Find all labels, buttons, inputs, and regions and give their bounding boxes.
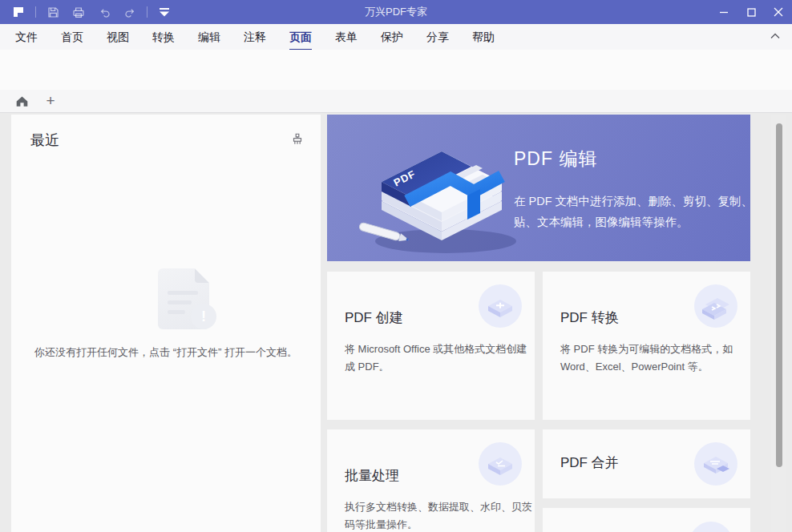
card-description: 执行多文档转换、数据提取、水印、贝茨码等批量操作。 xyxy=(345,498,535,532)
toolbar: 1 丹麦的面包不单卖 xyxy=(0,50,792,90)
menu-item-file[interactable]: 文件 xyxy=(15,26,38,48)
home-tab[interactable] xyxy=(10,90,34,112)
card-title: PDF 转换 xyxy=(560,308,619,327)
merge-pdf-icon xyxy=(694,442,737,486)
card-description: 将 PDF 转换为可编辑的文档格式，如 Word、Excel、PowerPoin… xyxy=(560,341,751,376)
content-area: 最近 ! 你还没有打开任何文件，点击 “打开文件” 打开一个文档。 xyxy=(0,112,792,532)
close-button[interactable] xyxy=(765,0,792,24)
card-title: PDF 合并 xyxy=(560,453,619,472)
menu-item-form[interactable]: 表单 xyxy=(335,26,358,48)
batch-process-icon xyxy=(479,442,522,486)
scrollbar-track[interactable] xyxy=(771,115,786,532)
card-description: 将 Microsoft Office 或其他格式文档创建成 PDF。 xyxy=(345,341,535,376)
redo-icon[interactable] xyxy=(119,2,140,22)
card-pdf-convert[interactable]: PDF 转换 将 PDF 转换为可编辑的文档格式，如 Word、Excel、Po… xyxy=(543,272,750,420)
card-pdf-create[interactable]: PDF 创建 将 Microsoft Office 或其他格式文档创建成 PDF… xyxy=(327,272,535,420)
card-icon-circle xyxy=(689,522,733,532)
titlebar-divider xyxy=(147,6,147,18)
broom-icon[interactable] xyxy=(290,132,305,147)
app-logo-icon xyxy=(8,2,29,22)
hero-description: 在 PDF 文档中进行添加、删除、剪切、复制、粘贴、文本编辑，图像编辑等操作。 xyxy=(514,191,750,232)
menu-item-view[interactable]: 视图 xyxy=(107,26,129,48)
scrollbar-thumb[interactable] xyxy=(776,123,782,467)
new-tab-button[interactable]: + xyxy=(40,91,61,111)
menu-item-help[interactable]: 帮助 xyxy=(472,26,495,48)
minimize-button[interactable] xyxy=(710,0,737,24)
recent-panel-title: 最近 xyxy=(30,131,59,150)
collapse-toolbar-icon[interactable] xyxy=(770,32,781,40)
maximize-button[interactable] xyxy=(737,0,765,24)
card-title: PDF 创建 xyxy=(345,308,403,327)
menu-item-home[interactable]: 首页 xyxy=(61,26,83,48)
toolbar-expand-icon[interactable] xyxy=(154,2,175,22)
convert-pdf-icon xyxy=(694,284,737,328)
recent-empty-message: 你还没有打开任何文件，点击 “打开文件” 打开一个文档。 xyxy=(11,345,321,360)
hero-pdf-edit-banner[interactable]: PDF PDF 编辑 在 PDF 文档中进行添加、删除、剪切、复制、粘贴、文本编… xyxy=(327,115,750,261)
print-icon[interactable] xyxy=(68,2,89,22)
exclamation-icon: ! xyxy=(191,304,216,329)
hero-title: PDF 编辑 xyxy=(514,147,750,171)
menu-item-page[interactable]: 页面 xyxy=(289,26,312,48)
card-partially-visible[interactable] xyxy=(543,508,750,532)
app-window: 万兴PDF专家 文件 首页 视图 转换 编辑 注释 页面 表单 保护 分享 帮助 xyxy=(0,0,792,532)
menu-item-edit[interactable]: 编辑 xyxy=(198,26,220,48)
menubar: 文件 首页 视图 转换 编辑 注释 页面 表单 保护 分享 帮助 xyxy=(0,24,792,50)
titlebar: 万兴PDF专家 xyxy=(0,0,792,24)
card-batch-process[interactable]: 批量处理 执行多文档转换、数据提取、水印、贝茨码等批量操作。 xyxy=(327,429,535,532)
pdf-stack-illustration: PDF xyxy=(350,119,534,260)
tabbar: + xyxy=(0,90,792,112)
undo-icon[interactable] xyxy=(94,2,115,22)
menu-item-comment[interactable]: 注释 xyxy=(244,26,266,48)
card-pdf-merge[interactable]: PDF 合并 xyxy=(543,429,750,498)
menu-item-share[interactable]: 分享 xyxy=(426,26,449,48)
recent-panel: 最近 ! 你还没有打开任何文件，点击 “打开文件” 打开一个文档。 xyxy=(11,115,321,532)
titlebar-divider xyxy=(35,6,36,18)
menu-item-convert[interactable]: 转换 xyxy=(152,26,175,48)
save-icon[interactable] xyxy=(42,2,63,22)
create-pdf-icon xyxy=(479,284,522,328)
card-title: 批量处理 xyxy=(345,466,399,485)
menu-item-protect[interactable]: 保护 xyxy=(381,26,403,48)
